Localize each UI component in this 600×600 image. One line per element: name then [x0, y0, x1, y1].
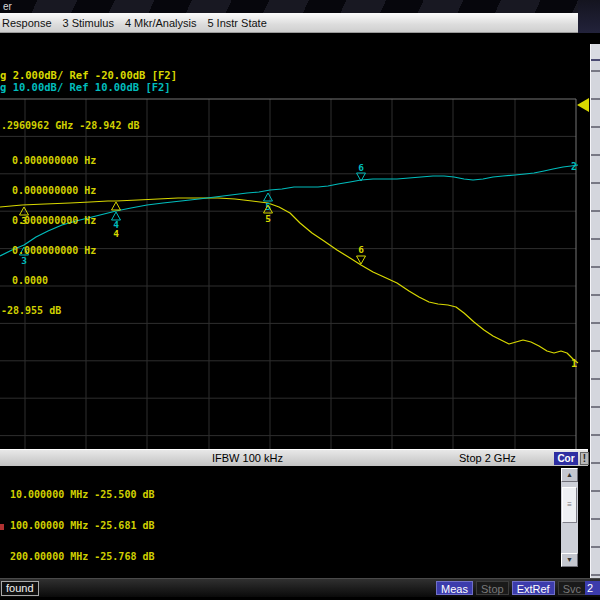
scroll-down-arrow-icon[interactable]: ▼ — [561, 553, 578, 567]
trace-end-label: 1 — [571, 358, 577, 369]
marker-table-panel: 10.000000 MHz -25.500 dB 100.00000 MHz -… — [0, 466, 588, 578]
trace2-scale-info: g 10.00dB/ Ref 10.00dB [F2] — [0, 81, 300, 93]
marker-number-label: 5 — [265, 213, 271, 224]
status-message: found — [1, 581, 39, 596]
ifbw-value: IFBW 100 kHz — [212, 452, 283, 464]
vna-application-window: er Response 3 Stimulus 4 Mkr/Analysis 5 … — [0, 0, 600, 600]
marker-readout-line: 0.000000000 Hz — [1, 216, 139, 226]
trace-end-label: 2 — [571, 161, 577, 172]
table-row: 10.000000 MHz -25.500 dB — [10, 490, 155, 500]
softkey-strip-cap — [591, 44, 600, 61]
table-row: 100.00000 MHz -25.681 dB — [10, 521, 155, 531]
marker-triangle-icon[interactable] — [264, 193, 273, 201]
marker-number-label: 6 — [358, 162, 364, 173]
menu-item-response[interactable]: Response — [2, 17, 52, 29]
menu-item-stimulus[interactable]: 3 Stimulus — [63, 17, 114, 29]
indicator-meas: Meas — [436, 581, 473, 595]
scroll-up-arrow-icon[interactable]: ▲ — [561, 468, 578, 482]
indicator-stop: Stop — [476, 581, 509, 595]
scrollbar-thumb[interactable]: ≡ — [562, 487, 577, 523]
marker-readout-line: -28.955 dB — [1, 306, 139, 316]
menu-item-instr-state[interactable]: 5 Instr State — [207, 17, 266, 29]
marker-readout-line: 0.0000 — [1, 276, 139, 286]
clock-fragment: 2 — [585, 581, 600, 595]
table-scrollbar[interactable]: ▲ ≡ ▼ — [561, 468, 578, 567]
warning-badge: ! — [580, 452, 589, 465]
marker-table-rows: 10.000000 MHz -25.500 dB 100.00000 MHz -… — [10, 469, 155, 578]
instrument-display: g 2.000dB/ Ref -20.00dB [F2] g 10.00dB/ … — [0, 33, 600, 449]
correction-badge: Cor — [554, 452, 578, 465]
marker-number-label: 6 — [358, 244, 364, 255]
marker-readout-line: 0.000000000 Hz — [1, 186, 139, 196]
softkey-strip-edge[interactable] — [590, 44, 600, 578]
table-row: 200.00000 MHz -25.768 dB — [10, 552, 155, 562]
marker-readout-line: .2960962 GHz -28.942 dB — [1, 121, 139, 131]
window-title: er — [0, 1, 12, 12]
indicator-svc: Svc — [558, 581, 586, 595]
marker-readout-block: .2960962 GHz -28.942 dB 0.000000000 Hz 0… — [1, 101, 139, 336]
channel-status-bar: IFBW 100 kHz Stop 2 GHz Cor ! — [0, 449, 588, 466]
active-marker-indicator — [0, 524, 4, 530]
indicator-extref: ExtRef — [512, 581, 555, 595]
marker-readout-line: 0.000000000 Hz — [1, 156, 139, 166]
indicator-group: Meas Stop ExtRef Svc — [436, 581, 586, 595]
trace1-scale-info: g 2.000dB/ Ref -20.00dB [F2] — [0, 69, 300, 81]
menu-item-mkr-analysis[interactable]: 4 Mkr/Analysis — [125, 17, 197, 29]
marker-number-label: 5 — [265, 201, 271, 212]
marker-readout-line: 0.000000000 Hz — [1, 246, 139, 256]
menu-bar: Response 3 Stimulus 4 Mkr/Analysis 5 Ins… — [0, 13, 578, 33]
reference-level-triangle-icon[interactable] — [577, 98, 589, 112]
window-titlebar: er — [0, 0, 600, 13]
taskbar: found Meas Stop ExtRef Svc 2 — [0, 578, 600, 597]
stop-frequency: Stop 2 GHz — [459, 452, 516, 464]
